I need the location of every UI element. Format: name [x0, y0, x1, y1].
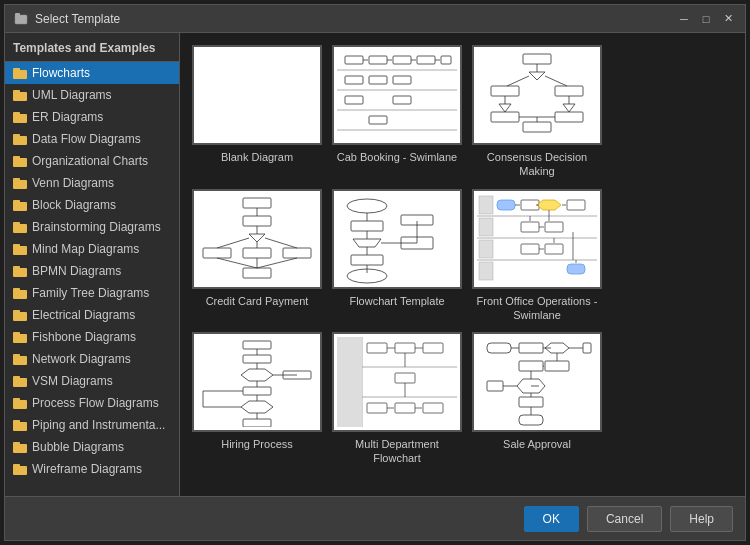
svg-rect-120 — [337, 367, 362, 397]
svg-rect-3 — [337, 50, 457, 140]
sidebar-item-label: Family Tree Diagrams — [32, 286, 149, 300]
template-item-blank[interactable]: Blank Diagram — [192, 45, 322, 179]
folder-icon — [13, 288, 27, 299]
folder-icon — [13, 442, 27, 453]
template-item-cab[interactable]: Cab Booking - Swimlane — [332, 45, 462, 179]
sidebar-item-processflow[interactable]: Process Flow Diagrams — [5, 392, 179, 414]
select-template-dialog: Select Template ─ □ ✕ Templates and Exam… — [4, 4, 746, 541]
sidebar-item-label: Wireframe Diagrams — [32, 462, 142, 476]
template-label-multidept: Multi Department Flowchart — [332, 437, 462, 466]
sidebar-item-wireframe[interactable]: Wireframe Diagrams — [5, 458, 179, 480]
sidebar-item-bpmn[interactable]: BPMN Diagrams — [5, 260, 179, 282]
sidebar-item-label: Electrical Diagrams — [32, 308, 135, 322]
sidebar-item-label: Venn Diagrams — [32, 176, 114, 190]
template-label-hiring: Hiring Process — [221, 437, 293, 451]
sidebar-item-dataflow[interactable]: Data Flow Diagrams — [5, 128, 179, 150]
template-thumb-creditcard — [192, 189, 322, 289]
dialog-title: Select Template — [35, 12, 675, 26]
sidebar-item-label: BPMN Diagrams — [32, 264, 121, 278]
template-thumb-blank — [192, 45, 322, 145]
sidebar-item-familytree[interactable]: Family Tree Diagrams — [5, 282, 179, 304]
sidebar-item-block[interactable]: Block Diagrams — [5, 194, 179, 216]
folder-icon — [13, 244, 27, 255]
window-controls: ─ □ ✕ — [675, 10, 737, 28]
sidebar-item-electrical[interactable]: Electrical Diagrams — [5, 304, 179, 326]
svg-rect-119 — [337, 337, 362, 367]
help-button[interactable]: Help — [670, 506, 733, 532]
folder-icon — [13, 134, 27, 145]
sidebar-item-label: ER Diagrams — [32, 110, 103, 124]
template-label-frontoffice: Front Office Operations - Swimlane — [472, 294, 602, 323]
sidebar-item-mindmap[interactable]: Mind Map Diagrams — [5, 238, 179, 260]
template-thumb-frontoffice — [472, 189, 602, 289]
svg-rect-135 — [477, 337, 597, 427]
template-item-frontoffice[interactable]: Front Office Operations - Swimlane — [472, 189, 602, 323]
svg-rect-2 — [197, 50, 317, 140]
sidebar-item-label: Fishbone Diagrams — [32, 330, 136, 344]
folder-icon — [13, 354, 27, 365]
template-thumb-hiring — [192, 332, 322, 432]
sidebar-item-network[interactable]: Network Diagrams — [5, 348, 179, 370]
folder-icon — [13, 90, 27, 101]
dialog-footer: OK Cancel Help — [5, 496, 745, 540]
svg-rect-121 — [337, 397, 362, 427]
sidebar-item-vsm[interactable]: VSM Diagrams — [5, 370, 179, 392]
template-thumb-flowchart — [332, 189, 462, 289]
svg-rect-75 — [479, 196, 493, 214]
minimize-button[interactable]: ─ — [675, 10, 693, 28]
sidebar-item-label: Data Flow Diagrams — [32, 132, 141, 146]
template-item-saleapproval[interactable]: Sale Approval — [472, 332, 602, 466]
sidebar-items: FlowchartsUML DiagramsER DiagramsData Fl… — [5, 62, 179, 480]
sidebar-header: Templates and Examples — [5, 33, 179, 62]
sidebar-item-bubble[interactable]: Bubble Diagrams — [5, 436, 179, 458]
folder-icon — [13, 398, 27, 409]
dialog-icon — [13, 11, 29, 27]
svg-rect-79 — [497, 200, 515, 210]
svg-rect-0 — [15, 15, 27, 24]
sidebar-item-orgcharts[interactable]: Organizational Charts — [5, 150, 179, 172]
title-bar: Select Template ─ □ ✕ — [5, 5, 745, 33]
template-item-consensus[interactable]: Consensus Decision Making — [472, 45, 602, 179]
sidebar-item-er[interactable]: ER Diagrams — [5, 106, 179, 128]
sidebar-item-label: Brainstorming Diagrams — [32, 220, 161, 234]
sidebar-item-venn[interactable]: Venn Diagrams — [5, 172, 179, 194]
sidebar-item-label: Process Flow Diagrams — [32, 396, 159, 410]
svg-rect-95 — [567, 264, 585, 274]
sidebar-item-brainstorming[interactable]: Brainstorming Diagrams — [5, 216, 179, 238]
template-item-creditcard[interactable]: Credit Card Payment — [192, 189, 322, 323]
folder-icon — [13, 112, 27, 123]
cancel-button[interactable]: Cancel — [587, 506, 662, 532]
template-item-flowchart[interactable]: Flowchart Template — [332, 189, 462, 323]
template-label-blank: Blank Diagram — [221, 150, 293, 164]
sidebar-item-label: Mind Map Diagrams — [32, 242, 139, 256]
sidebar-item-piping[interactable]: Piping and Instrumenta... — [5, 414, 179, 436]
folder-icon — [13, 68, 27, 79]
template-item-multidept[interactable]: Multi Department Flowchart — [332, 332, 462, 466]
sidebar-item-label: Piping and Instrumenta... — [32, 418, 165, 432]
svg-rect-23 — [477, 50, 597, 140]
sidebar-item-label: Block Diagrams — [32, 198, 116, 212]
template-thumb-saleapproval — [472, 332, 602, 432]
svg-rect-78 — [479, 262, 493, 280]
folder-icon — [13, 222, 27, 233]
template-label-saleapproval: Sale Approval — [503, 437, 571, 451]
template-label-cab: Cab Booking - Swimlane — [337, 150, 457, 164]
folder-icon — [13, 200, 27, 211]
folder-icon — [13, 266, 27, 277]
template-item-hiring[interactable]: Hiring Process — [192, 332, 322, 466]
sidebar-item-label: Bubble Diagrams — [32, 440, 124, 454]
svg-rect-41 — [197, 194, 317, 284]
sidebar-item-uml[interactable]: UML Diagrams — [5, 84, 179, 106]
folder-icon — [13, 376, 27, 387]
maximize-button[interactable]: □ — [697, 10, 715, 28]
sidebar-item-fishbone[interactable]: Fishbone Diagrams — [5, 326, 179, 348]
sidebar-item-label: UML Diagrams — [32, 88, 112, 102]
close-button[interactable]: ✕ — [719, 10, 737, 28]
svg-rect-76 — [479, 218, 493, 236]
content-area[interactable]: Blank Diagram — [180, 33, 745, 496]
sidebar-item-label: Flowcharts — [32, 66, 90, 80]
sidebar-item-flowcharts[interactable]: Flowcharts — [5, 62, 179, 84]
folder-icon — [13, 310, 27, 321]
template-label-creditcard: Credit Card Payment — [206, 294, 309, 308]
ok-button[interactable]: OK — [524, 506, 579, 532]
